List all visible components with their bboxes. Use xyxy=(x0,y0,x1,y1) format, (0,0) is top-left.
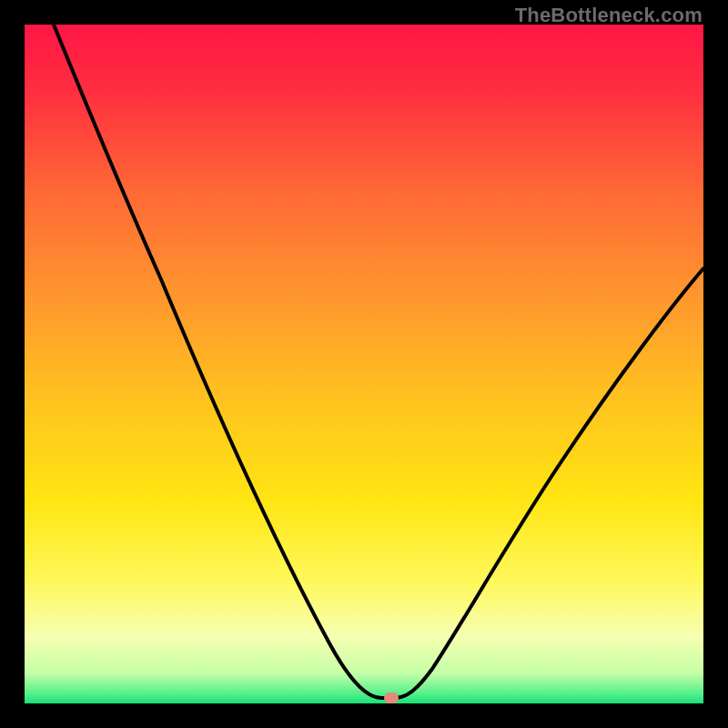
gradient-background xyxy=(25,25,703,703)
bottleneck-chart xyxy=(25,25,703,703)
attribution-text: TheBottleneck.com xyxy=(515,4,703,27)
minimum-marker xyxy=(384,693,399,703)
chart-frame: TheBottleneck.com xyxy=(0,0,728,728)
